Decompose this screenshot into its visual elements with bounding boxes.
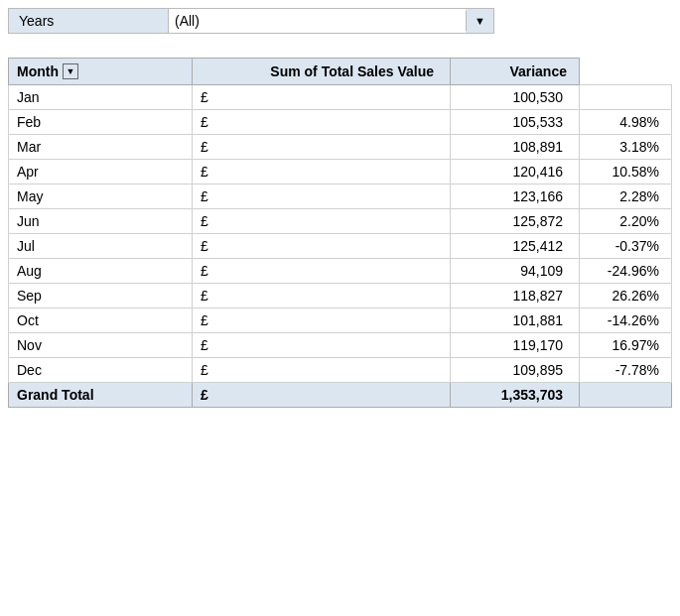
table-row: Oct £ 101,881 -14.26% <box>9 308 672 333</box>
table-row: Jun £ 125,872 2.20% <box>9 209 672 234</box>
cell-variance: -0.37% <box>580 234 672 259</box>
cell-currency: £ <box>193 135 451 160</box>
cell-variance: 2.20% <box>580 209 672 234</box>
table-row: Sep £ 118,827 26.26% <box>9 284 672 308</box>
pivot-data-table: Month ▼ Sum of Total Sales Value Varianc… <box>8 58 672 408</box>
cell-month: Feb <box>9 110 193 135</box>
cell-sales-value: 125,872 <box>451 209 580 234</box>
table-row: Feb £ 105,533 4.98% <box>9 110 672 135</box>
cell-variance <box>580 85 672 110</box>
cell-sales-value: 125,412 <box>451 234 580 259</box>
cell-currency: £ <box>193 234 451 259</box>
cell-month: Jun <box>9 209 193 234</box>
cell-month: Sep <box>9 284 193 308</box>
filter-label: Years <box>9 9 168 33</box>
table-row: Mar £ 108,891 3.18% <box>9 135 672 160</box>
cell-variance: 4.98% <box>580 110 672 135</box>
cell-month: Nov <box>9 333 193 358</box>
cell-currency: £ <box>193 85 451 110</box>
cell-sales-value: 101,881 <box>451 308 580 333</box>
cell-currency: £ <box>193 308 451 333</box>
cell-sales-value: 100,530 <box>451 85 580 110</box>
cell-variance: -24.96% <box>580 259 672 284</box>
grand-total-currency: £ <box>193 383 451 408</box>
cell-sales-value: 94,109 <box>451 259 580 284</box>
cell-month: Oct <box>9 308 193 333</box>
cell-variance: 26.26% <box>580 284 672 308</box>
header-sales: Sum of Total Sales Value <box>193 59 451 85</box>
cell-sales-value: 123,166 <box>451 185 580 209</box>
cell-sales-value: 118,827 <box>451 284 580 308</box>
header-month: Month ▼ <box>9 59 193 85</box>
pivot-table-container: Years (All) ▼ Month ▼ Sum of Total Sales… <box>0 0 680 416</box>
cell-month: May <box>9 185 193 209</box>
cell-currency: £ <box>193 185 451 209</box>
grand-total-row: Grand Total £ 1,353,703 <box>9 383 672 408</box>
cell-variance: -14.26% <box>580 308 672 333</box>
cell-currency: £ <box>193 333 451 358</box>
table-row: Dec £ 109,895 -7.78% <box>9 358 672 383</box>
cell-month: Jul <box>9 234 193 259</box>
table-row: Aug £ 94,109 -24.96% <box>9 259 672 284</box>
table-row: Jul £ 125,412 -0.37% <box>9 234 672 259</box>
filter-value: (All) <box>168 9 466 33</box>
table-row: Jan £ 100,530 <box>9 85 672 110</box>
table-row: Nov £ 119,170 16.97% <box>9 333 672 358</box>
filter-dropdown-button[interactable]: ▼ <box>466 11 493 31</box>
cell-sales-value: 109,895 <box>451 358 580 383</box>
header-month-label: Month <box>17 63 59 79</box>
table-row: May £ 123,166 2.28% <box>9 185 672 209</box>
table-header-row: Month ▼ Sum of Total Sales Value Varianc… <box>9 59 672 85</box>
cell-variance: 3.18% <box>580 135 672 160</box>
cell-variance: 2.28% <box>580 185 672 209</box>
spacer <box>8 40 672 58</box>
cell-currency: £ <box>193 110 451 135</box>
cell-variance: 10.58% <box>580 160 672 185</box>
grand-total-label: Grand Total <box>9 383 193 408</box>
years-filter[interactable]: Years (All) ▼ <box>8 8 494 34</box>
cell-sales-value: 105,533 <box>451 110 580 135</box>
cell-month: Jan <box>9 85 193 110</box>
cell-sales-value: 120,416 <box>451 160 580 185</box>
month-filter-icon[interactable]: ▼ <box>63 63 78 79</box>
cell-sales-value: 108,891 <box>451 135 580 160</box>
cell-sales-value: 119,170 <box>451 333 580 358</box>
header-variance: Variance <box>451 59 580 85</box>
cell-month: Aug <box>9 259 193 284</box>
cell-month: Mar <box>9 135 193 160</box>
grand-total-value: 1,353,703 <box>451 383 580 408</box>
cell-currency: £ <box>193 358 451 383</box>
cell-currency: £ <box>193 259 451 284</box>
table-row: Apr £ 120,416 10.58% <box>9 160 672 185</box>
cell-currency: £ <box>193 160 451 185</box>
cell-variance: 16.97% <box>580 333 672 358</box>
cell-currency: £ <box>193 209 451 234</box>
cell-variance: -7.78% <box>580 358 672 383</box>
cell-month: Apr <box>9 160 193 185</box>
cell-currency: £ <box>193 284 451 308</box>
grand-total-variance <box>580 383 672 408</box>
table-body: Jan £ 100,530 Feb £ 105,533 4.98% Mar £ … <box>9 85 672 408</box>
cell-month: Dec <box>9 358 193 383</box>
